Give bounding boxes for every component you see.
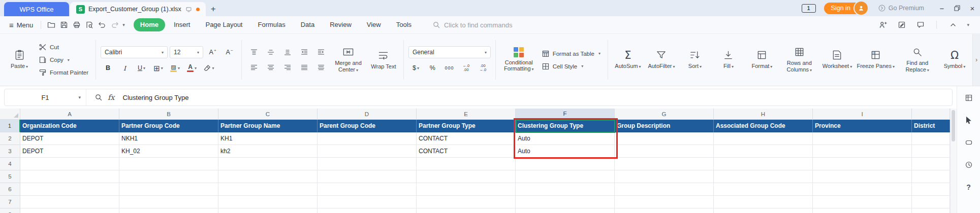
zoom-search-icon[interactable] — [94, 93, 103, 101]
column-header-A[interactable]: A — [20, 109, 119, 120]
cell-J2[interactable] — [912, 132, 950, 145]
cell[interactable] — [813, 196, 912, 208]
cell[interactable] — [615, 208, 714, 213]
wrap-text-button[interactable]: Wrap Text — [368, 48, 399, 72]
merge-center-button[interactable]: Merge and Center▾ — [328, 45, 368, 75]
sort-button[interactable]: Sort▾ — [680, 48, 710, 72]
cell[interactable] — [20, 170, 119, 183]
cell-B1[interactable]: Partner Group Code — [119, 120, 218, 132]
cell[interactable] — [218, 208, 318, 213]
cell[interactable] — [516, 208, 615, 213]
cell[interactable] — [20, 196, 119, 208]
tab-review[interactable]: Review — [323, 18, 358, 31]
bold-button[interactable]: B — [101, 62, 115, 74]
cell[interactable] — [417, 208, 516, 213]
formula-input[interactable]: Clustering Group Type — [123, 94, 952, 101]
cell-E2[interactable]: CONTACT — [417, 132, 516, 145]
column-header-E[interactable]: E — [417, 109, 516, 120]
cell-D3[interactable] — [318, 145, 417, 158]
go-premium-button[interactable]: Go Premium — [878, 4, 924, 12]
font-size-select[interactable]: 12▾ — [170, 46, 203, 58]
cell-C2[interactable]: KH1 — [218, 132, 318, 145]
find-and-replace-button[interactable]: Find and Replace▾ — [898, 45, 936, 75]
font-color-button[interactable]: A▾ — [184, 62, 199, 74]
column-header-J[interactable] — [912, 109, 950, 120]
cell[interactable] — [615, 196, 714, 208]
cell[interactable] — [119, 170, 218, 183]
cell-C1[interactable]: Partner Group Name — [218, 120, 318, 132]
cell-I3[interactable] — [813, 145, 912, 158]
cut-button[interactable]: Cut — [36, 42, 91, 52]
cell[interactable] — [516, 170, 615, 183]
cell[interactable] — [119, 208, 218, 213]
cell[interactable] — [912, 158, 950, 170]
shapes-button[interactable] — [962, 136, 975, 149]
row-header-4[interactable]: 4 — [0, 158, 20, 170]
cell[interactable] — [119, 196, 218, 208]
cell[interactable] — [318, 158, 417, 170]
percent-button[interactable]: % — [425, 62, 440, 74]
decrease-font-size-button[interactable]: A− — [222, 47, 237, 58]
copy-button[interactable]: Copy▾ — [36, 55, 91, 65]
fill-button[interactable]: Fill▾ — [713, 48, 744, 72]
cell-E3[interactable]: CONTACT — [417, 145, 516, 158]
document-tab[interactable]: S Export_Customer_Group (1).xlsx — [70, 2, 206, 16]
column-header-D[interactable]: D — [318, 109, 417, 120]
row-header-5[interactable]: 5 — [0, 170, 20, 183]
fx-icon[interactable]: fx — [108, 93, 115, 101]
font-name-select[interactable]: Calibri▾ — [101, 46, 168, 58]
cell[interactable] — [516, 183, 615, 196]
selection-pointer-button[interactable] — [962, 114, 975, 127]
cell[interactable] — [516, 196, 615, 208]
cell-J3[interactable] — [912, 145, 950, 158]
row-header-8[interactable]: 8 — [0, 208, 20, 213]
italic-button[interactable]: I — [117, 62, 132, 74]
cell[interactable] — [318, 196, 417, 208]
cell-I2[interactable] — [813, 132, 912, 145]
format-as-table-button[interactable]: Format as Table▾ — [539, 49, 603, 59]
cell[interactable] — [318, 208, 417, 213]
symbol-button[interactable]: Ω Symbol▾ — [939, 48, 970, 72]
restore-button[interactable] — [950, 1, 965, 16]
cell[interactable] — [218, 196, 318, 208]
tab-tools[interactable]: Tools — [390, 18, 418, 31]
fill-color-button[interactable]: ▨▾ — [168, 62, 182, 74]
cell[interactable] — [615, 170, 714, 183]
worksheet-button[interactable]: Worksheet▾ — [821, 48, 853, 72]
print-preview-button[interactable] — [83, 19, 96, 31]
row-header-3[interactable]: 3 — [0, 145, 20, 158]
help-button[interactable]: ? — [962, 181, 975, 194]
ribbon-scroll-right[interactable]: › — [972, 34, 980, 86]
cell[interactable] — [714, 170, 813, 183]
collapse-ribbon-button[interactable] — [946, 19, 959, 31]
paste-button[interactable]: Paste▾ — [4, 48, 35, 72]
cell[interactable] — [714, 183, 813, 196]
align-left-button[interactable] — [246, 62, 261, 73]
tab-insert[interactable]: Insert — [167, 18, 197, 31]
name-box[interactable]: F1 ▾ — [5, 89, 86, 105]
vertical-scrollbar[interactable] — [950, 109, 957, 213]
cell-G2[interactable] — [615, 132, 714, 145]
format-painter-button[interactable]: Format Painter — [36, 67, 91, 78]
cell-F1[interactable]: Clustering Group Type — [516, 120, 615, 132]
justify-button[interactable] — [297, 62, 311, 73]
conditional-formatting-button[interactable]: Conditional Formatting▾ — [500, 46, 538, 75]
edit-mode-button[interactable] — [895, 19, 908, 31]
cell[interactable] — [20, 208, 119, 213]
decrease-indent-button[interactable] — [297, 47, 311, 58]
cell[interactable] — [318, 170, 417, 183]
tab-formulas[interactable]: Formulas — [251, 18, 292, 31]
avatar[interactable] — [853, 1, 869, 16]
cell[interactable] — [714, 158, 813, 170]
cell-H2[interactable] — [714, 132, 813, 145]
row-header-1[interactable]: 1 — [0, 120, 20, 132]
cell[interactable] — [912, 183, 950, 196]
cell-J1[interactable]: District — [912, 120, 950, 132]
align-center-button[interactable] — [263, 62, 278, 73]
cell-E1[interactable]: Partner Group Type — [417, 120, 516, 132]
column-header-F[interactable]: F — [516, 109, 615, 120]
autosum-button[interactable]: Σ AutoSum▾ — [613, 48, 643, 72]
tab-data[interactable]: Data — [294, 18, 321, 31]
autofilter-button[interactable]: AutoFilter▾ — [646, 48, 677, 72]
column-header-G[interactable]: G — [615, 109, 714, 120]
